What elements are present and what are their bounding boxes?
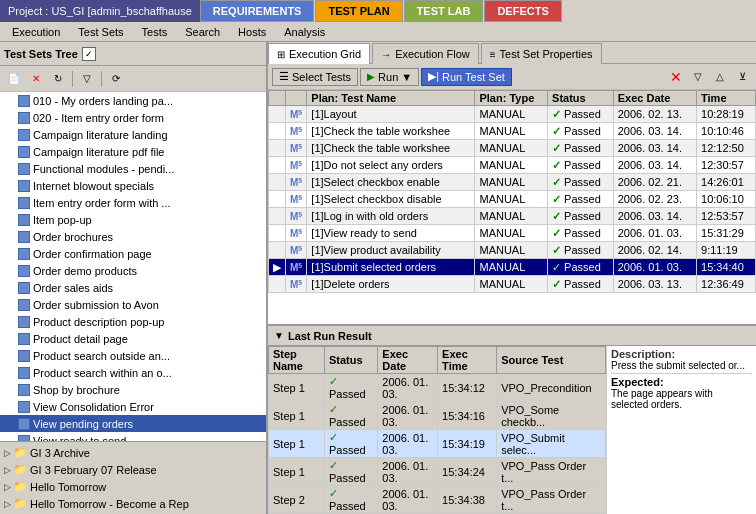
- table-row[interactable]: M⁵ [1]Check the table workshee MANUAL ✓ …: [269, 123, 756, 140]
- select-tests-btn[interactable]: ☰ Select Tests: [272, 68, 358, 86]
- tree-item[interactable]: Campaign literature landing: [0, 126, 266, 143]
- tree-item[interactable]: Functional modules - pendi...: [0, 160, 266, 177]
- m-cell: M⁵: [286, 208, 307, 225]
- type-cell: MANUAL: [475, 140, 548, 157]
- filter3-btn[interactable]: ⊻: [732, 68, 752, 86]
- bottom-tree-item[interactable]: ▷ 📁 GI 3 Archive: [2, 444, 264, 461]
- new-btn[interactable]: 📄: [4, 70, 24, 88]
- tree-panel[interactable]: 010 - My orders landing pa... 020 - Item…: [0, 92, 266, 441]
- run-btn[interactable]: ▶ Run ▼: [360, 68, 419, 86]
- lr-status: ✓ Passed: [325, 430, 378, 458]
- tree-item[interactable]: Order sales aids: [0, 279, 266, 296]
- tab-defects[interactable]: DEFECTS: [484, 0, 561, 22]
- table-row[interactable]: M⁵ [1]View product availability MANUAL ✓…: [269, 242, 756, 259]
- tab-execution-flow[interactable]: → Execution Flow: [372, 43, 479, 64]
- filter2-btn[interactable]: △: [710, 68, 730, 86]
- tree-item[interactable]: Product description pop-up: [0, 313, 266, 330]
- tab-execution-grid[interactable]: ⊞ Execution Grid: [268, 43, 370, 64]
- page-icon: [18, 384, 30, 396]
- last-run-row[interactable]: Step 1 ✓ Passed 2006. 01. 03. 15:34:16 V…: [269, 402, 606, 430]
- expand-triangle: ▷: [4, 448, 11, 458]
- m-cell: M⁵: [286, 106, 307, 123]
- tree-label: 020 - Item entry order form: [33, 112, 164, 124]
- arrow-cell: [269, 106, 286, 123]
- tree-item[interactable]: 010 - My orders landing pa...: [0, 92, 266, 109]
- run-test-set-label: Run Test Set: [442, 71, 505, 83]
- refresh-btn[interactable]: ↻: [48, 70, 68, 88]
- menu-hosts[interactable]: Hosts: [230, 24, 274, 40]
- tree-item[interactable]: Order brochures: [0, 228, 266, 245]
- tree-item[interactable]: Product detail page: [0, 330, 266, 347]
- search-btn[interactable]: ⟳: [106, 70, 126, 88]
- tree-item[interactable]: Order confirmation page: [0, 245, 266, 262]
- menu-tests[interactable]: Tests: [134, 24, 176, 40]
- table-row[interactable]: M⁵ [1]Log in with old orders MANUAL ✓ Pa…: [269, 208, 756, 225]
- tree-item[interactable]: View ready to send: [0, 432, 266, 441]
- tree-item[interactable]: Campaign literature pdf file: [0, 143, 266, 160]
- filter-right-btn[interactable]: ▽: [688, 68, 708, 86]
- tree-item[interactable]: 020 - Item entry order form: [0, 109, 266, 126]
- tree-item[interactable]: View pending orders: [0, 415, 266, 432]
- tree-item[interactable]: Internet blowout specials: [0, 177, 266, 194]
- table-row[interactable]: M⁵ [1]Delete orders MANUAL ✓ Passed 2006…: [269, 276, 756, 293]
- tree-label: Order confirmation page: [33, 248, 152, 260]
- table-row[interactable]: M⁵ [1]View ready to send MANUAL ✓ Passed…: [269, 225, 756, 242]
- tree-item[interactable]: Order submission to Avon: [0, 296, 266, 313]
- lr-status: ✓ Passed: [325, 458, 378, 486]
- tab-execution-flow-label: Execution Flow: [395, 48, 470, 60]
- tab-test-set-props[interactable]: ≡ Test Set Properties: [481, 43, 602, 64]
- bottom-tree-item[interactable]: ▷ 📁 Hello Tomorrow: [2, 478, 264, 495]
- last-run-row[interactable]: Step 1 ✓ Passed 2006. 01. 03. 15:34:12 V…: [269, 374, 606, 402]
- last-run-grid[interactable]: Step Name Status Exec Date Exec Time Sou…: [268, 346, 606, 514]
- menu-test-sets[interactable]: Test Sets: [70, 24, 131, 40]
- menu-analysis[interactable]: Analysis: [276, 24, 333, 40]
- tree-label: Order demo products: [33, 265, 137, 277]
- folder-icon: 📁: [13, 446, 27, 459]
- tree-label: Product search outside an...: [33, 350, 170, 362]
- type-cell: MANUAL: [475, 174, 548, 191]
- page-icon: [18, 180, 30, 192]
- table-row[interactable]: M⁵ [1]Do not select any orders MANUAL ✓ …: [269, 157, 756, 174]
- tree-item[interactable]: Product search within an o...: [0, 364, 266, 381]
- menu-search[interactable]: Search: [177, 24, 228, 40]
- bottom-tree-item[interactable]: ▷ 📁 GI 3 February 07 Release: [2, 461, 264, 478]
- right-tabs: ⊞ Execution Grid → Execution Flow ≡ Test…: [268, 42, 756, 64]
- table-row[interactable]: M⁵ [1]Check the table workshee MANUAL ✓ …: [269, 140, 756, 157]
- tab-requirements[interactable]: REQUIREMENTS: [200, 0, 315, 22]
- run-test-set-btn[interactable]: ▶| Run Test Set: [421, 68, 512, 86]
- exec-grid[interactable]: Plan: Test Name Plan: Type Status Exec D…: [268, 90, 756, 324]
- delete-btn[interactable]: ✕: [26, 70, 46, 88]
- expected-box: Expected: The page appears with selected…: [611, 373, 752, 410]
- arrow-cell: [269, 123, 286, 140]
- tree-item[interactable]: Shop by brochure: [0, 381, 266, 398]
- project-label: Project : US_GI [admin_bschaffhause: [0, 0, 200, 22]
- arrow-cell: [269, 208, 286, 225]
- table-row[interactable]: M⁵ [1]Layout MANUAL ✓ Passed 2006. 02. 1…: [269, 106, 756, 123]
- lr-source: VPO_Pass Order t...: [497, 486, 606, 514]
- last-run-row[interactable]: Step 1 ✓ Passed 2006. 01. 03. 15:34:19 V…: [269, 430, 606, 458]
- lr-time: 15:34:19: [438, 430, 497, 458]
- table-row[interactable]: M⁵ [1]Select checkbox disable MANUAL ✓ P…: [269, 191, 756, 208]
- last-run-row[interactable]: Step 2 ✓ Passed 2006. 01. 03. 15:34:38 V…: [269, 486, 606, 514]
- bottom-item-label: Hello Tomorrow: [30, 481, 106, 493]
- left-panel: Test Sets Tree ✓ 📄 ✕ ↻ ▽ ⟳ 010 - My orde…: [0, 42, 268, 514]
- stop-btn[interactable]: ✕: [666, 68, 686, 86]
- tree-item[interactable]: View Consolidation Error: [0, 398, 266, 415]
- collapse-btn[interactable]: ▼: [274, 330, 284, 341]
- tree-checkbox[interactable]: ✓: [82, 47, 96, 61]
- last-run-row[interactable]: Step 1 ✓ Passed 2006. 01. 03. 15:34:24 V…: [269, 458, 606, 486]
- lr-step: Step 1: [269, 402, 325, 430]
- arrow-cell: ▶: [269, 259, 286, 276]
- tree-item[interactable]: Order demo products: [0, 262, 266, 279]
- tree-item[interactable]: Product search outside an...: [0, 347, 266, 364]
- table-row[interactable]: M⁵ [1]Select checkbox enable MANUAL ✓ Pa…: [269, 174, 756, 191]
- tab-test-plan[interactable]: TEST PLAN: [315, 0, 402, 22]
- tree-item[interactable]: Item pop-up: [0, 211, 266, 228]
- table-row[interactable]: ▶ M⁵ [1]Submit selected orders MANUAL ✓ …: [269, 259, 756, 276]
- tree-item[interactable]: Item entry order form with ...: [0, 194, 266, 211]
- time-cell: 10:10:46: [697, 123, 756, 140]
- filter-btn[interactable]: ▽: [77, 70, 97, 88]
- bottom-tree-item[interactable]: ▷ 📁 Hello Tomorrow - Become a Rep: [2, 495, 264, 512]
- tab-test-lab[interactable]: TEST LAB: [404, 0, 484, 22]
- menu-execution[interactable]: Execution: [4, 24, 68, 40]
